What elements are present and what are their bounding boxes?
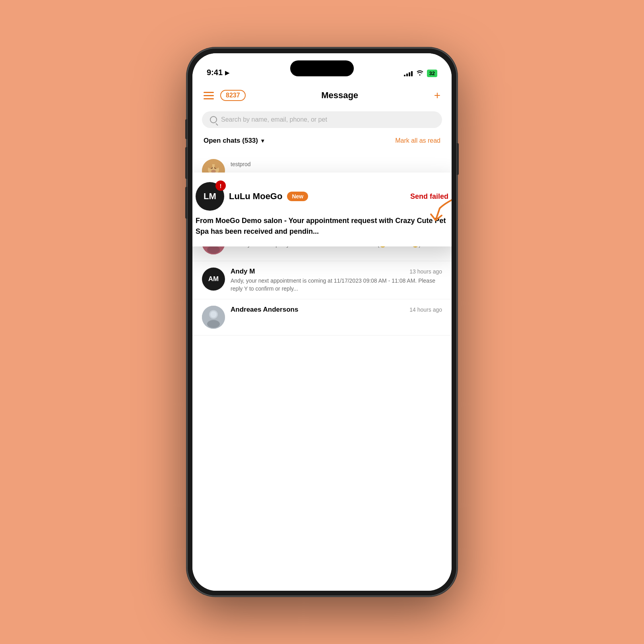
chat-body: Andy M 13 hours ago Andy, your next appo… [231,268,442,293]
app-content: 8237 Message + Search by name, email, ph… [192,81,452,591]
chat-preview: Andy, your next appointment is coming at… [231,277,442,293]
dynamic-island [290,60,354,76]
wifi-icon [416,69,424,77]
chat-body: Andreaes Andersons 14 hours ago [231,306,442,315]
header-left: 8237 [204,90,246,101]
battery-indicator: 32 [427,70,437,77]
chat-time: 13 hours ago [409,268,442,275]
hamburger-menu-button[interactable] [204,92,214,99]
phone-screen: 9:41 ▶ 32 [192,53,452,591]
popup-contact-name: LuLu MoeGo [229,191,282,202]
svg-point-19 [207,320,220,328]
signal-strength-icon [404,70,413,76]
popup-avatar: LM ! [196,182,224,211]
warning-badge: ! [215,180,226,191]
popup-name-row: LM ! LuLu MoeGo New [196,182,308,211]
mute-button [185,119,187,139]
chat-name: Andreaes Andersons [231,306,298,314]
list-item[interactable]: Andreaes Andersons 14 hours ago [192,299,452,336]
popup-message-text: From MoeGo Demo salon - Your appointment… [196,215,448,237]
search-placeholder: Search by name, email, phone, or pet [221,116,327,123]
volume-up-button [185,147,187,179]
volume-down-button [185,187,187,219]
new-message-button[interactable]: + [434,89,440,102]
chat-name: Andy M [231,268,255,275]
svg-point-20 [210,311,217,318]
popup-header: LM ! LuLu MoeGo New Send failed [196,182,448,211]
search-bar[interactable]: Search by name, email, phone, or pet [202,111,442,128]
app-header: 8237 Message + [192,81,452,108]
status-time: 9:41 ▶ [207,68,229,77]
new-badge: New [287,192,308,201]
avatar: AM [202,268,225,291]
send-failed-popup[interactable]: LM ! LuLu MoeGo New Send failed From Moe… [192,173,452,246]
chevron-down-icon: ▾ [261,138,264,144]
avatar [202,306,225,329]
chat-preview: testprod [231,161,442,169]
page-title: Message [321,90,358,101]
unread-count-badge: 8237 [220,90,246,101]
location-arrow-icon: ▶ [225,70,229,76]
svg-point-14 [207,246,220,254]
phone-mockup: 9:41 ▶ 32 [187,48,457,596]
popup-name-info: LuLu MoeGo New [229,191,308,202]
status-icons: 32 [404,69,437,77]
list-item[interactable]: AM Andy M 13 hours ago Andy, your next a… [192,261,452,299]
chat-body: testprod [231,159,442,169]
send-failed-label: Send failed [410,192,448,201]
open-chats-filter[interactable]: Open chats (533) ▾ [204,137,264,145]
search-icon [210,116,217,123]
filter-row: Open chats (533) ▾ Mark all as read [192,134,452,151]
mark-all-read-button[interactable]: Mark all as read [395,137,440,144]
power-button [457,143,459,175]
chat-time: 14 hours ago [409,306,442,313]
